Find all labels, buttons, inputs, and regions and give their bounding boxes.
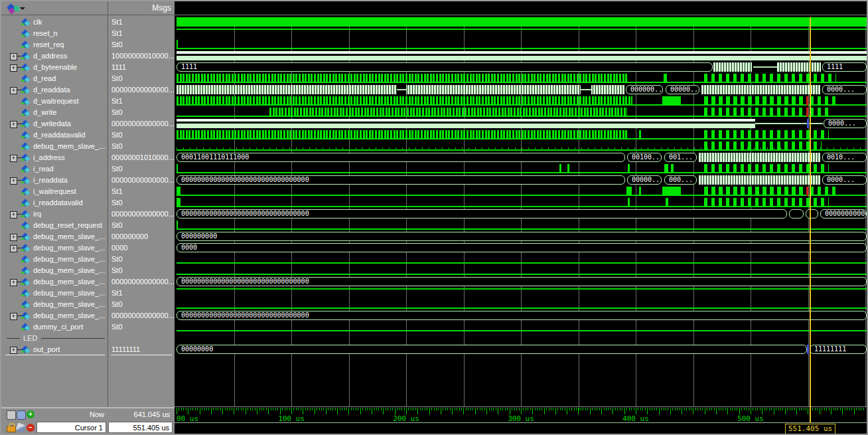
wave-row[interactable] — [175, 40, 867, 49]
wave-segment-clock — [626, 187, 632, 196]
expand-toggle[interactable]: + — [10, 53, 17, 60]
expand-toggle[interactable]: + — [10, 347, 17, 354]
wave-row[interactable] — [175, 322, 867, 331]
wave-segment-tog — [177, 96, 632, 106]
signal-row-debug_mem_slave_[interactable]: +debug_mem_slave_... — [1, 232, 108, 242]
wave-row[interactable] — [175, 141, 867, 151]
wave-segment-high — [177, 29, 867, 30]
wave-row[interactable]: 0000 — [175, 243, 867, 252]
wave-row[interactable] — [175, 288, 867, 298]
wave-row[interactable]: 00000000000000000000000000000000 — [175, 277, 867, 286]
signal-name: debug_mem_slave_... — [33, 300, 105, 309]
wrench-icon[interactable] — [15, 422, 25, 432]
expand-toggle[interactable]: + — [10, 121, 17, 128]
wave-row[interactable] — [175, 96, 867, 106]
wave-row[interactable] — [175, 220, 867, 230]
chat-icon[interactable] — [17, 410, 26, 420]
signal-row-d_address[interactable]: +d_address — [1, 51, 108, 61]
signal-row-d_waitrequest[interactable]: d_waitrequest — [1, 96, 108, 106]
expand-toggle[interactable]: + — [10, 279, 17, 286]
signal-row-debug_mem_slave_[interactable]: debug_mem_slave_... — [1, 141, 108, 151]
wave-row[interactable]: 0000000000000000000000000000000000000000… — [175, 209, 867, 218]
clipboard-icon[interactable] — [7, 410, 16, 420]
signal-row-d_readdata[interactable]: +d_readdata — [1, 85, 108, 95]
wave-segment-pulse — [628, 198, 630, 207]
signal-row-dummy_ci_port[interactable]: dummy_ci_port — [1, 322, 108, 332]
wave-row[interactable]: 0001100111011100000100...001...0010... — [175, 153, 867, 162]
cursor-row[interactable]: − Cursor 1 551.405 us — [1, 422, 175, 434]
expand-toggle[interactable]: + — [10, 177, 17, 185]
expand-toggle[interactable]: + — [10, 64, 17, 72]
wave-row[interactable]: 000000...00000...0000... — [175, 85, 867, 94]
signal-row-debug_mem_slave_[interactable]: debug_mem_slave_... — [1, 266, 108, 276]
wave-row[interactable] — [175, 187, 867, 196]
signal-row-i_readdata[interactable]: +i_readdata — [1, 175, 108, 185]
cursor-value-cell[interactable]: 551.405 us — [108, 422, 173, 433]
timeline-ruler[interactable] — [177, 408, 865, 414]
signal-row-out_port[interactable]: +out_port — [1, 345, 108, 355]
signal-name: reset_n — [33, 29, 58, 39]
signal-row-debug_mem_slave_[interactable]: +debug_mem_slave_... — [1, 243, 108, 253]
signal-row-irq[interactable]: +irq — [1, 209, 108, 219]
signal-row-debug_mem_slave_[interactable]: debug_mem_slave_... — [1, 288, 108, 298]
wave-row[interactable] — [175, 198, 867, 207]
wave-row[interactable]: 0000000011111111 — [175, 345, 867, 354]
wave-row[interactable]: 0000... — [175, 119, 867, 128]
wave-row[interactable] — [175, 51, 867, 60]
wave-row[interactable] — [175, 130, 867, 139]
time-cursor[interactable] — [810, 17, 811, 423]
signal-row-i_address[interactable]: +i_address — [1, 153, 108, 163]
wave-row[interactable] — [175, 266, 867, 275]
wave-row[interactable] — [175, 108, 867, 117]
cursor-name-cell[interactable]: Cursor 1 — [36, 422, 106, 433]
cursor-time-flag[interactable]: 551.405 us — [785, 424, 835, 435]
wave-row[interactable] — [175, 300, 867, 309]
dropdown-arrow-icon[interactable] — [20, 7, 25, 10]
expand-toggle[interactable]: + — [10, 313, 17, 320]
wave-row[interactable] — [175, 74, 867, 83]
signal-row-i_readdatavalid[interactable]: i_readdatavalid — [1, 198, 108, 208]
signal-icon — [21, 52, 31, 60]
wave-row[interactable]: 00000000000000000000000000000000 — [175, 311, 867, 320]
wave-segment-bus: 001... — [664, 153, 697, 162]
signal-row-debug_mem_slave_[interactable]: debug_mem_slave_... — [1, 300, 108, 309]
wave-row[interactable] — [175, 164, 867, 173]
signal-name: dummy_ci_port — [33, 322, 83, 332]
waveform-panel[interactable]: 11111111000000...00000...0000...0000...0… — [175, 1, 867, 434]
signal-row-d_byteenable[interactable]: +d_byteenable — [1, 62, 108, 72]
wave-row[interactable]: 0000000000000000000000000000000000000...… — [175, 175, 867, 185]
expand-toggle[interactable]: + — [10, 87, 17, 94]
wave-row[interactable] — [175, 17, 867, 27]
wave-segment-low — [177, 48, 867, 49]
signal-row-debug_mem_slave_[interactable]: debug_mem_slave_... — [1, 254, 108, 264]
expand-toggle[interactable]: + — [10, 245, 17, 252]
signal-row-debug_mem_slave_[interactable]: +debug_mem_slave_... — [1, 311, 108, 321]
signal-row-d_writedata[interactable]: +d_writedata — [1, 119, 108, 129]
expand-toggle[interactable]: + — [10, 234, 17, 241]
wave-row[interactable] — [175, 254, 867, 264]
wave-segment-hatch — [713, 62, 752, 72]
signal-row-i_waitrequest[interactable]: i_waitrequest — [1, 187, 108, 197]
delete-cursor-icon[interactable]: − — [27, 424, 35, 432]
signal-row-debug_mem_slave_[interactable]: +debug_mem_slave_... — [1, 277, 108, 287]
signal-row-debug_reset_request[interactable]: debug_reset_request — [1, 220, 108, 230]
expand-toggle[interactable]: + — [10, 155, 17, 162]
signal-row-i_read[interactable]: i_read — [1, 164, 108, 174]
signal-row-d_read[interactable]: d_read — [1, 74, 108, 84]
insertion-marker — [111, 355, 172, 355]
signal-row-reset_req[interactable]: reset_req — [1, 40, 108, 50]
wave-row[interactable] — [175, 29, 867, 38]
signal-row-reset_n[interactable]: reset_n — [1, 29, 108, 39]
add-cursor-icon[interactable]: + — [27, 410, 35, 418]
signal-row-d_write[interactable]: d_write — [1, 108, 108, 118]
signal-row-d_readdatavalid[interactable]: d_readdatavalid — [1, 130, 108, 140]
expand-toggle[interactable]: + — [10, 211, 17, 218]
lock-cursor-icon[interactable] — [7, 426, 16, 432]
timeline-splitter[interactable] — [175, 406, 867, 407]
wave-row[interactable]: 000000000 — [175, 232, 867, 241]
signal-row-clk[interactable]: clk — [1, 17, 108, 27]
wave-segment-bus: 000000000 — [177, 232, 867, 241]
group-divider[interactable]: LED — [1, 333, 108, 343]
signal-icon — [21, 63, 31, 72]
wave-row[interactable]: 11111111 — [175, 62, 867, 72]
